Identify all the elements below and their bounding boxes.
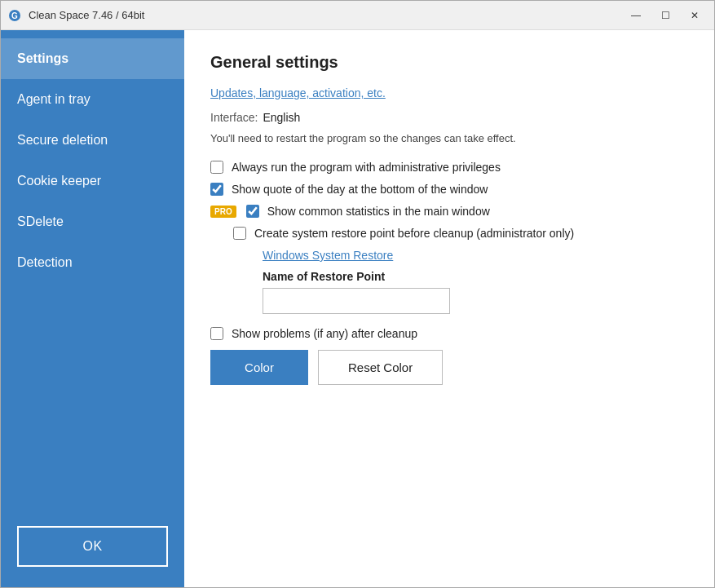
show-problems-label: Show problems (if any) after cleanup: [232, 327, 417, 340]
admin-priv-checkbox[interactable]: [210, 161, 223, 174]
common-stats-label: Show common statistics in the main windo…: [267, 205, 490, 218]
sidebar-spacer: [1, 283, 184, 514]
admin-priv-label: Always run the program with administrati…: [232, 161, 501, 174]
checkbox-stats-row: PRO Show common statistics in the main w…: [210, 205, 688, 218]
pro-badge: PRO: [210, 206, 236, 218]
title-bar: G Clean Space 7.46 / 64bit — ☐ ✕: [1, 1, 714, 30]
maximize-button[interactable]: ☐: [652, 6, 678, 25]
window-controls: — ☐ ✕: [623, 6, 708, 25]
restore-name-input[interactable]: [263, 288, 450, 314]
section-title: General settings: [210, 53, 688, 72]
minimize-button[interactable]: —: [623, 6, 649, 25]
windows-restore-link[interactable]: Windows System Restore: [263, 249, 393, 262]
updates-link[interactable]: Updates, language, activation, etc.: [210, 86, 386, 99]
sidebar-item-secure-deletion[interactable]: Secure deletion: [1, 120, 184, 161]
checkbox-restore-row: Create system restore point before clean…: [233, 227, 688, 240]
sidebar-item-settings[interactable]: Settings: [1, 38, 184, 79]
interface-row: Interface: English: [210, 111, 688, 124]
checkbox-quote-row: Show quote of the day at the bottom of t…: [210, 183, 688, 196]
sidebar-item-agent-in-tray[interactable]: Agent in tray: [1, 79, 184, 120]
interface-value: English: [263, 111, 300, 124]
main-window: G Clean Space 7.46 / 64bit — ☐ ✕ Setting…: [0, 0, 715, 588]
main-content: General settings Updates, language, acti…: [184, 30, 714, 587]
checkbox-admin-priv-row: Always run the program with administrati…: [210, 161, 688, 174]
restart-note: You'll need to restart the program so th…: [210, 132, 688, 144]
sidebar-item-detection[interactable]: Detection: [1, 242, 184, 283]
reset-color-button[interactable]: Reset Color: [318, 350, 443, 385]
sidebar-ok-area: OK: [1, 514, 184, 579]
restore-point-label: Create system restore point before clean…: [254, 227, 574, 240]
content-area: Settings Agent in tray Secure deletion C…: [1, 30, 714, 587]
close-button[interactable]: ✕: [682, 6, 708, 25]
color-button[interactable]: Color: [210, 350, 308, 385]
restore-link-row: Windows System Restore: [263, 249, 688, 262]
restore-name-label: Name of Restore Point: [263, 270, 688, 283]
sidebar-item-cookie-keeper[interactable]: Cookie keeper: [1, 161, 184, 201]
app-icon: G: [7, 8, 22, 23]
window-title: Clean Space 7.46 / 64bit: [29, 9, 623, 21]
sidebar: Settings Agent in tray Secure deletion C…: [1, 30, 184, 587]
svg-text:G: G: [11, 11, 18, 20]
ok-button[interactable]: OK: [17, 526, 168, 567]
quote-of-day-checkbox[interactable]: [210, 183, 223, 196]
restore-point-checkbox[interactable]: [233, 227, 246, 240]
checkbox-show-problems-row: Show problems (if any) after cleanup: [210, 327, 688, 340]
quote-of-day-label: Show quote of the day at the bottom of t…: [232, 183, 488, 196]
common-stats-checkbox[interactable]: [246, 205, 259, 218]
button-row: Color Reset Color: [210, 350, 688, 385]
sidebar-item-sdelete[interactable]: SDelete: [1, 201, 184, 242]
show-problems-checkbox[interactable]: [210, 327, 223, 340]
interface-label: Interface:: [210, 111, 258, 124]
